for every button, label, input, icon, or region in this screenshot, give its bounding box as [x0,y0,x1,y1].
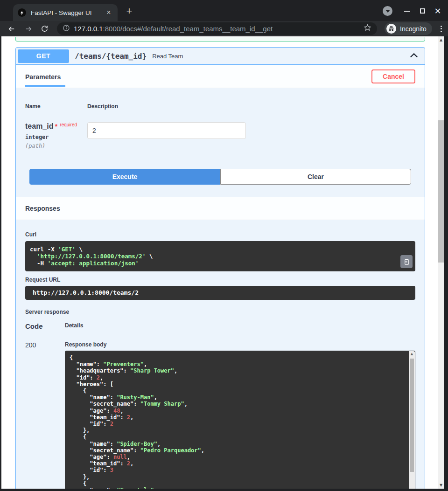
incognito-icon [386,24,396,34]
parameter-value-cell [87,122,246,149]
scrollbar-thumb[interactable] [438,120,444,263]
browser-tab[interactable]: FastAPI - Swagger UI × [13,4,118,21]
scroll-up-icon[interactable]: ▲ [438,38,444,42]
http-method-badge: GET [18,49,69,63]
server-response-label: Server response [25,309,415,315]
browser-chrome: FastAPI - Swagger UI × + ✕ 127.0.0.1:800… [0,0,448,36]
endpoint-path: /teams/{team_id} [75,52,147,61]
url-path: :8000/docs#/default/read_team_teams__tea… [103,25,273,33]
endpoint-summary[interactable]: GET /teams/{team_id} Read Team [16,48,425,65]
tab-close-icon[interactable]: × [105,8,113,17]
endpoint-summary-text: Read Team [152,53,183,60]
close-button[interactable]: ✕ [433,7,442,16]
response-body: { "name": "Preventers", "headquarters": … [65,351,415,489]
cancel-button[interactable]: Cancel [371,69,415,83]
column-code: Code [25,322,65,330]
column-description: Description [87,103,118,110]
status-code: 200 [25,341,65,489]
responses-header: Responses [16,197,425,220]
curl-command: curl -X 'GET' \ 'http://127.0.0.1:8000/t… [25,241,415,271]
tab-title: FastAPI - Swagger UI [31,9,105,16]
responses-title: Responses [25,205,60,212]
back-icon[interactable] [7,24,17,34]
response-row: 200 Response body { "name": "Preventers"… [25,341,415,489]
team-id-input[interactable] [87,122,246,139]
minimize-button[interactable] [402,7,412,16]
request-url-label: Request URL [25,277,415,283]
parameter-location: (path) [25,143,87,149]
fastapi-favicon-icon [18,8,26,17]
incognito-label: Incognito [400,25,427,33]
tab-strip: FastAPI - Swagger UI × + ✕ [0,0,448,21]
parameter-row: team_id*required integer (path) [25,114,415,149]
scroll-up-icon[interactable]: ▲ [409,352,415,356]
responses-body: Curl curl -X 'GET' \ 'http://127.0.0.1:8… [16,220,425,489]
new-tab-button[interactable]: + [123,6,135,16]
url-bar[interactable]: 127.0.0.1:8000/docs#/default/read_team_t… [57,22,377,35]
browser-update-icon[interactable] [383,6,392,16]
execute-wrapper: Execute Clear [16,149,425,197]
window-controls: ✕ [383,6,442,16]
response-body-scrollbar[interactable]: ▲ [409,351,415,489]
parameter-type: integer [25,134,87,140]
scroll-down-icon[interactable]: ▼ [438,483,444,487]
copy-to-clipboard-icon[interactable] [400,255,413,268]
execute-button[interactable]: Execute [29,169,220,185]
url-host: 127.0.0.1 [74,25,103,33]
get-endpoint-block: GET /teams/{team_id} Read Team Parameter… [15,47,425,489]
column-name: Name [25,103,87,110]
collapse-chevron-icon[interactable] [410,52,418,60]
tab-parameters[interactable]: Parameters [25,66,65,87]
page-info-icon[interactable] [63,24,70,34]
bookmark-star-icon[interactable] [364,24,371,34]
response-details: Response body { "name": "Preventers", "h… [65,341,415,489]
parameter-name: team_id [25,122,53,130]
required-star: * [55,122,57,130]
curl-label: Curl [25,231,415,238]
response-body-label: Response body [65,341,415,348]
page-scrollbar[interactable]: ▲ ▼ [438,36,444,489]
menu-icon[interactable] [437,26,446,32]
parameters-table-head: Name Description [25,103,415,114]
browser-toolbar: 127.0.0.1:8000/docs#/default/read_team_t… [0,21,448,36]
required-label: required [60,122,77,127]
parameters-header: Parameters Cancel [16,65,425,88]
incognito-badge: Incognito [385,22,432,35]
previous-endpoint-remnant [15,37,425,41]
page-content: GET /teams/{team_id} Read Team Parameter… [1,36,438,489]
column-details: Details [65,322,83,330]
parameters-table: Name Description team_id*required intege… [16,88,425,149]
parameter-meta: team_id*required integer (path) [25,122,87,149]
clear-button[interactable]: Clear [220,169,411,185]
response-table-head: Code Details [25,322,415,335]
url-text: 127.0.0.1:8000/docs#/default/read_team_t… [74,25,364,33]
reload-icon[interactable] [39,24,49,34]
maximize-button[interactable] [418,7,427,16]
swagger-page: GET /teams/{team_id} Read Team Parameter… [1,36,444,489]
scrollbar-thumb[interactable] [410,359,414,472]
request-url-value: http://127.0.0.1:8000/teams/2 [25,286,415,300]
forward-icon[interactable] [23,24,34,34]
window-frame-edge [0,489,448,491]
